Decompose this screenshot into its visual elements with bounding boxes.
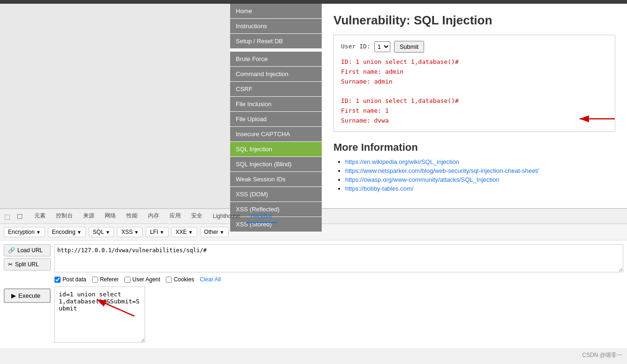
referer-label: Referer xyxy=(100,276,119,283)
split-url-button[interactable]: ✂ Split URL xyxy=(4,258,51,271)
xxe-label: XXE xyxy=(176,229,187,235)
tab-lighthouse[interactable]: Lighthouse xyxy=(208,210,245,223)
tab-network[interactable]: 网络 xyxy=(100,209,121,224)
hackbar-body: 🔗 Load URL ✂ Split URL http://127.0.0.1/… xyxy=(0,240,627,348)
tab-memory[interactable]: 内存 xyxy=(143,209,164,224)
xxe-menu[interactable]: XXE ▼ xyxy=(171,227,197,237)
load-url-button[interactable]: 🔗 Load URL xyxy=(4,244,51,256)
more-info-title: More Information xyxy=(333,141,615,154)
sql-arrow-icon: ▼ xyxy=(106,230,110,235)
url-textarea[interactable]: http://127.0.0.1/dvwa/vulnerabilities/sq… xyxy=(54,244,623,272)
result-surname-1: Surname: admin xyxy=(341,77,608,87)
more-info-link-4[interactable]: https://bobby-tables.com/ xyxy=(345,185,413,192)
tab-performance[interactable]: 性能 xyxy=(122,209,142,224)
more-info-link-1[interactable]: https://en.wikipedia.org/wiki/SQL_inject… xyxy=(345,158,459,165)
cursor-icon[interactable]: ⬚ xyxy=(2,212,12,221)
xss-menu[interactable]: XSS ▼ xyxy=(117,227,143,237)
browser-topbar xyxy=(0,0,627,4)
cookies-label: Cookies xyxy=(174,276,194,283)
cookies-checkbox[interactable] xyxy=(166,277,172,283)
box-icon[interactable]: ☐ xyxy=(15,212,25,221)
nav-setup[interactable]: Setup / Reset DB xyxy=(230,34,322,48)
nav-instructions[interactable]: Instructions xyxy=(230,19,322,33)
nav-xss-dom[interactable]: XSS (DOM) xyxy=(230,187,322,201)
xxe-arrow-icon: ▼ xyxy=(188,230,193,235)
side-buttons-group: 🔗 Load URL ✂ Split URL xyxy=(4,244,51,272)
list-item: https://www.netsparker.com/blog/web-secu… xyxy=(345,167,615,174)
encoding-arrow-icon: ▼ xyxy=(77,230,82,235)
lfi-arrow-icon: ▼ xyxy=(160,230,164,235)
main-area: Home Instructions Setup / Reset DB Brute… xyxy=(0,4,627,208)
user-agent-checkbox[interactable] xyxy=(124,277,131,283)
tab-application[interactable]: 应用 xyxy=(165,209,186,224)
split-url-label: Split URL xyxy=(15,261,39,268)
tab-hackbar[interactable]: HackBar xyxy=(246,210,277,223)
cookies-option[interactable]: Cookies xyxy=(166,276,194,283)
options-row: Post data Referer User Agent Cookies Cle… xyxy=(4,276,623,283)
arrow-annotation-1 xyxy=(570,109,617,126)
result-firstname-1: First name: admin xyxy=(341,67,608,77)
user-agent-option[interactable]: User Agent xyxy=(124,276,160,283)
nav-sql-injection-blind[interactable]: SQL Injection (Blind) xyxy=(230,157,322,171)
nav-file-inclusion[interactable]: File Inclusion xyxy=(230,97,322,111)
list-item: https://bobby-tables.com/ xyxy=(345,185,615,192)
content-area: Vulnerability: SQL Injection User ID: 1 … xyxy=(322,4,627,208)
result-firstname-2: First name: 1 xyxy=(341,106,608,116)
encoding-menu[interactable]: Encoding ▼ xyxy=(48,227,86,237)
execute-button[interactable]: ▶ Execute xyxy=(4,288,51,303)
nav-file-upload[interactable]: File Upload xyxy=(230,112,322,126)
nav-sql-injection[interactable]: SQL Injection xyxy=(230,142,322,156)
more-info-section: More Information https://en.wikipedia.or… xyxy=(333,141,615,192)
encoding-label: Encoding xyxy=(52,229,76,235)
result-entry-1: ID: 1 union select 1,database()# First n… xyxy=(341,57,608,86)
post-data-textarea[interactable]: id=1 union select 1,database()#&Submit=S… xyxy=(54,287,145,343)
post-area-wrapper: ▶ Execute id=1 union select 1,database()… xyxy=(4,287,623,344)
post-textarea-wrapper: id=1 union select 1,database()#&Submit=S… xyxy=(54,287,623,344)
list-item: https://en.wikipedia.org/wiki/SQL_inject… xyxy=(345,158,615,165)
post-data-option[interactable]: Post data xyxy=(54,276,86,283)
lfi-menu[interactable]: LFI ▼ xyxy=(146,227,168,237)
list-item: https://owasp.org/www-community/attacks/… xyxy=(345,176,615,183)
lfi-label: LFI xyxy=(150,229,158,235)
other-label: Other xyxy=(204,229,218,235)
user-id-label: User ID: xyxy=(341,42,371,52)
url-input-row: 🔗 Load URL ✂ Split URL http://127.0.0.1/… xyxy=(4,244,623,272)
nav-weak-session-ids[interactable]: Weak Session IDs xyxy=(230,172,322,186)
result-id-2: ID: 1 union select 1,database()# xyxy=(341,96,608,106)
tab-console[interactable]: 控制台 xyxy=(51,209,77,224)
tab-sources[interactable]: 来源 xyxy=(78,209,99,224)
nav-sidebar: Home Instructions Setup / Reset DB Brute… xyxy=(230,4,322,208)
tab-security[interactable]: 安全 xyxy=(186,209,207,224)
nav-csrf[interactable]: CSRF xyxy=(230,82,322,96)
nav-command-injection[interactable]: Command Injection xyxy=(230,67,322,81)
more-info-link-2[interactable]: https://www.netsparker.com/blog/web-secu… xyxy=(345,167,539,174)
tab-elements[interactable]: 元素 xyxy=(30,209,50,224)
more-info-list: https://en.wikipedia.org/wiki/SQL_inject… xyxy=(333,158,615,192)
encryption-menu[interactable]: Encryption ▼ xyxy=(4,227,45,237)
execute-label: Execute xyxy=(18,292,40,299)
xss-label: XSS xyxy=(121,229,132,235)
more-info-link-3[interactable]: https://owasp.org/www-community/attacks/… xyxy=(345,176,499,183)
user-id-select[interactable]: 1 2 3 xyxy=(374,41,390,52)
post-side: ▶ Execute xyxy=(4,287,51,344)
other-arrow-icon: ▼ xyxy=(220,230,224,235)
split-url-icon: ✂ xyxy=(8,261,13,268)
post-data-label: Post data xyxy=(62,276,86,283)
nav-brute-force[interactable]: Brute Force xyxy=(230,52,322,66)
devtools-icons-group: ⬚ ☐ xyxy=(2,212,25,221)
watermark: CSDN @嗯零一 xyxy=(582,351,622,359)
result-surname-2: Surname: dvwa xyxy=(341,116,608,126)
referer-option[interactable]: Referer xyxy=(92,276,119,283)
nav-home[interactable]: Home xyxy=(230,4,322,18)
nav-insecure-captcha[interactable]: Insecure CAPTCHA xyxy=(230,127,322,141)
post-data-checkbox[interactable] xyxy=(54,277,61,283)
referer-checkbox[interactable] xyxy=(92,277,98,283)
user-agent-label: User Agent xyxy=(132,276,160,283)
user-id-form: User ID: 1 2 3 Submit xyxy=(341,41,608,53)
left-gray-area xyxy=(0,4,230,208)
sql-menu[interactable]: SQL ▼ xyxy=(89,227,115,237)
submit-button[interactable]: Submit xyxy=(394,41,424,53)
other-menu[interactable]: Other ▼ xyxy=(200,227,229,237)
load-url-icon: 🔗 xyxy=(8,247,15,254)
clear-all-button[interactable]: Clear All xyxy=(200,276,221,283)
